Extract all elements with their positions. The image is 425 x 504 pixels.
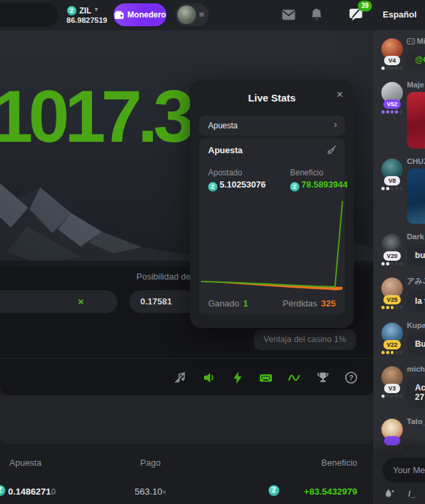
chat-sidebar: V4 Mi @G V52 xyxy=(373,30,425,504)
zil-coin-icon: Z xyxy=(208,182,218,192)
history-header-bet: Apuesta xyxy=(9,458,42,468)
trophy-icon xyxy=(316,371,330,384)
chat-user[interactable]: V20 xyxy=(381,234,403,265)
reset-stats-button[interactable] xyxy=(326,144,337,158)
chat-user[interactable] xyxy=(381,419,403,450)
chat-message: V52 Maje xyxy=(373,81,425,149)
chat-message-list: V4 Mi @G V52 xyxy=(373,37,425,461)
chat-user[interactable]: V52 xyxy=(381,82,403,114)
wallet-button[interactable]: Monedero xyxy=(113,3,167,26)
message-bubble: @G xyxy=(407,48,425,71)
instant-bet-button[interactable] xyxy=(230,370,246,386)
language-selector[interactable]: Español xyxy=(383,9,417,19)
chat-user[interactable]: V4 xyxy=(381,38,403,70)
message-image xyxy=(407,169,425,224)
level-dots xyxy=(381,262,403,265)
music-off-icon xyxy=(173,371,187,384)
chat-message-input[interactable]: Your Me xyxy=(383,458,425,482)
level-badge: V20 xyxy=(383,251,401,261)
broom-icon xyxy=(326,144,337,155)
chat-message: V3 mich Ac 27 xyxy=(373,365,425,409)
zil-coin-icon: Z xyxy=(290,182,299,192)
message-image xyxy=(407,92,425,149)
chat-notification-badge: 39 xyxy=(358,1,372,11)
tournament-button[interactable] xyxy=(315,370,331,386)
chat-message: V25 アみJ la t xyxy=(373,276,425,312)
chat-user[interactable]: V8 xyxy=(381,159,403,190)
chevron-right-icon: › xyxy=(334,119,337,130)
modal-title: Live Stats xyxy=(190,92,354,103)
multiply-icon: × xyxy=(78,296,84,307)
zil-coin-icon: Z xyxy=(67,6,77,15)
stats-section-title: Apuesta xyxy=(208,145,242,155)
bet-amount: 0.14862710 xyxy=(8,487,56,497)
history-row[interactable]: Z 0.14862710 563.10× Z +83.5432979 xyxy=(0,482,373,504)
chat-user[interactable]: V22 xyxy=(381,323,403,354)
mail-icon xyxy=(282,9,295,20)
username[interactable]: Dark xyxy=(407,233,425,241)
username[interactable]: Maje xyxy=(407,81,425,89)
chat-message: V8 CHUZ xyxy=(373,157,425,224)
profile-menu[interactable]: ≡ xyxy=(175,3,209,26)
keyboard-icon xyxy=(259,371,273,384)
stats-footer: Ganado1 Pérdidas325 xyxy=(208,298,336,308)
chat-message: V4 Mi @G xyxy=(373,37,425,72)
crash-multiplier: 1017.3 xyxy=(0,73,189,159)
droplet-icon xyxy=(383,488,395,499)
level-dots xyxy=(381,351,403,354)
stats-filter-dropdown[interactable]: Apuesta › xyxy=(199,116,345,136)
rain-tip-button[interactable] xyxy=(383,488,395,502)
game-footer-panel xyxy=(0,395,373,444)
stats-card: Apuesta Apostado Beneficio Z5.10253076 Z… xyxy=(199,138,345,314)
losses: Pérdidas325 xyxy=(283,298,336,308)
username[interactable]: Mi xyxy=(407,37,425,45)
lightning-icon xyxy=(231,371,244,384)
close-icon[interactable]: × xyxy=(336,88,343,101)
level-dots xyxy=(381,67,403,70)
level-badge: V4 xyxy=(384,56,400,65)
trend-icon xyxy=(287,371,301,384)
profit-value: Z78.5893944 xyxy=(290,179,348,192)
level-dots xyxy=(381,187,403,190)
mail-button[interactable] xyxy=(282,9,295,23)
nav-search-stub[interactable] xyxy=(0,3,58,27)
username[interactable]: Kupa xyxy=(407,321,425,329)
level-badge: V8 xyxy=(384,176,400,185)
message-bubble: la t xyxy=(407,290,425,312)
level-badge: V3 xyxy=(384,384,400,393)
wins: Ganado1 xyxy=(208,298,248,308)
profit-label: Beneficio xyxy=(290,168,323,177)
svg-text:?: ? xyxy=(349,374,354,382)
username[interactable]: アみJ xyxy=(407,276,425,286)
level-badge: V25 xyxy=(383,295,401,304)
username[interactable]: mich xyxy=(407,365,425,373)
chat-rules-button[interactable]: /_ xyxy=(408,487,416,499)
history-header-profit: Beneficio xyxy=(322,458,357,468)
house-edge-chip: Ventaja del casino 1% xyxy=(254,329,356,350)
wagered-label: Apostado xyxy=(208,168,242,177)
chat-user[interactable]: V25 xyxy=(381,278,403,309)
wallet-balance: 86.9827519 xyxy=(66,16,107,24)
currency-selector[interactable]: Z ZIL ▾ 86.9827519 xyxy=(66,0,113,30)
currency-code: ZIL xyxy=(79,6,91,15)
slash-icon: /_ xyxy=(408,489,416,499)
message-bubble: bu xyxy=(407,244,425,267)
live-stats-button[interactable] xyxy=(286,370,302,386)
message-bubble: Bu xyxy=(407,333,425,355)
payout-input[interactable]: × xyxy=(0,290,117,313)
sound-button[interactable] xyxy=(201,370,218,386)
music-mute-button[interactable] xyxy=(172,370,188,386)
level-dots xyxy=(381,394,403,398)
top-navbar: Z ZIL ▾ 86.9827519 Monedero ≡ xyxy=(0,0,425,30)
username[interactable]: Tato_ xyxy=(407,417,425,425)
chat-input-panel: Your Me /_ xyxy=(375,449,425,504)
level-badge xyxy=(384,436,400,446)
username[interactable]: CHUZ xyxy=(407,157,425,165)
win-chance-value: 0.17581 xyxy=(140,296,172,306)
wagered-value: Z5.10253076 xyxy=(208,179,266,192)
notifications-button[interactable] xyxy=(311,8,322,24)
hotkeys-button[interactable] xyxy=(258,370,274,386)
help-button[interactable]: ? xyxy=(343,370,359,386)
payout-multiplier: 563.10× xyxy=(130,487,171,497)
chat-user[interactable]: V3 xyxy=(381,366,403,398)
